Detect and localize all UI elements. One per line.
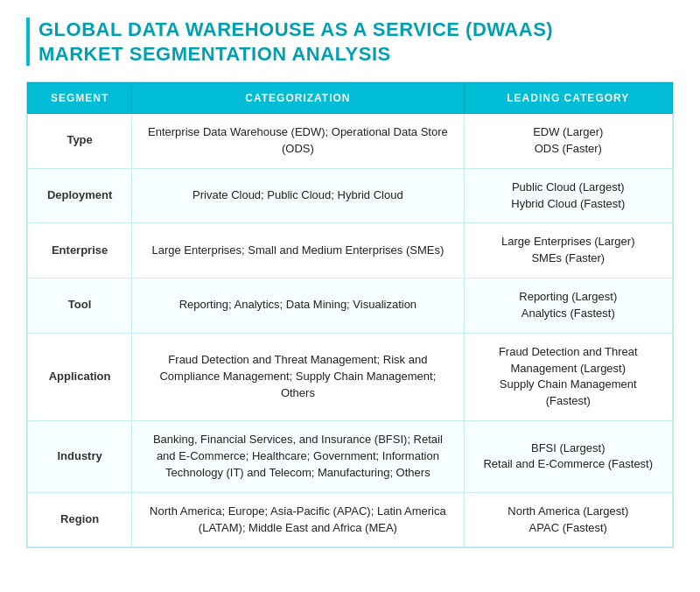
cell-leading: Large Enterprises (Larger)SMEs (Faster) bbox=[464, 223, 672, 278]
segmentation-table: SEGMENT CATEGORIZATION LEADING CATEGORY … bbox=[27, 82, 673, 547]
table-header-row: SEGMENT CATEGORIZATION LEADING CATEGORY bbox=[28, 83, 673, 114]
table-row: ApplicationFraud Detection and Threat Ma… bbox=[28, 333, 673, 420]
cell-segment: Region bbox=[28, 492, 132, 547]
table-row: DeploymentPrivate Cloud; Public Cloud; H… bbox=[28, 168, 673, 223]
cell-segment: Application bbox=[28, 333, 132, 420]
table-wrapper: SEGMENT CATEGORIZATION LEADING CATEGORY … bbox=[26, 81, 674, 548]
cell-segment: Deployment bbox=[28, 168, 132, 223]
cell-leading: Fraud Detection and Threat Management (L… bbox=[464, 333, 672, 420]
title-line2: MARKET SEGMENTATION ANALYSIS bbox=[38, 43, 391, 65]
table-row: EnterpriseLarge Enterprises; Small and M… bbox=[28, 223, 673, 278]
page-title: GLOBAL DATA WAREHOUSE AS A SERVICE (DWAA… bbox=[38, 18, 553, 66]
cell-leading: BFSI (Largest)Retail and E-Commerce (Fas… bbox=[464, 421, 672, 493]
cell-categorization: Banking, Financial Services, and Insuran… bbox=[132, 421, 464, 493]
table-row: IndustryBanking, Financial Services, and… bbox=[28, 421, 673, 493]
cell-segment: Enterprise bbox=[28, 223, 132, 278]
cell-segment: Type bbox=[28, 114, 132, 169]
col-header-categorization: CATEGORIZATION bbox=[132, 83, 464, 114]
cell-leading: EDW (Larger)ODS (Faster) bbox=[464, 114, 672, 169]
cell-segment: Tool bbox=[28, 278, 132, 334]
title-line1: GLOBAL DATA WAREHOUSE AS A SERVICE (DWAA… bbox=[38, 18, 553, 40]
cell-categorization: Large Enterprises; Small and Medium Ente… bbox=[132, 223, 464, 278]
col-header-leading: LEADING CATEGORY bbox=[464, 83, 672, 114]
table-row: RegionNorth America; Europe; Asia-Pacifi… bbox=[28, 492, 673, 547]
cell-categorization: Fraud Detection and Threat Management; R… bbox=[132, 333, 464, 420]
page-container: GLOBAL DATA WAREHOUSE AS A SERVICE (DWAA… bbox=[26, 18, 674, 548]
cell-categorization: Reporting; Analytics; Data Mining; Visua… bbox=[132, 278, 464, 334]
table-row: ToolReporting; Analytics; Data Mining; V… bbox=[28, 278, 673, 334]
cell-categorization: Enterprise Data Warehouse (EDW); Operati… bbox=[132, 114, 464, 169]
cell-segment: Industry bbox=[28, 421, 132, 493]
cell-categorization: Private Cloud; Public Cloud; Hybrid Clou… bbox=[132, 168, 464, 223]
cell-leading: North America (Largest)APAC (Fastest) bbox=[464, 492, 672, 547]
cell-leading: Reporting (Largest)Analytics (Fastest) bbox=[464, 278, 672, 334]
table-row: TypeEnterprise Data Warehouse (EDW); Ope… bbox=[28, 114, 673, 169]
cell-categorization: North America; Europe; Asia-Pacific (APA… bbox=[132, 492, 464, 547]
cell-leading: Public Cloud (Largest)Hybrid Cloud (Fast… bbox=[464, 168, 672, 223]
title-section: GLOBAL DATA WAREHOUSE AS A SERVICE (DWAA… bbox=[26, 18, 674, 66]
col-header-segment: SEGMENT bbox=[28, 83, 132, 114]
